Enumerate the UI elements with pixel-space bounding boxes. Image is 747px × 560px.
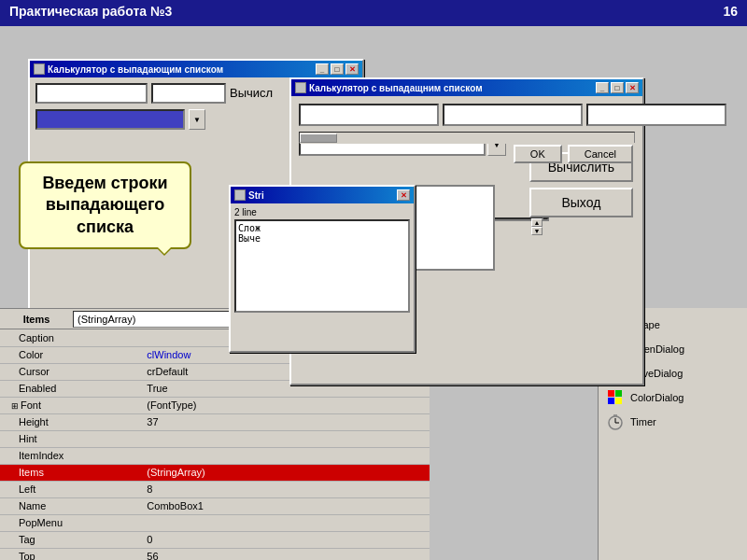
prop-tag-value: 0 — [143, 531, 430, 548]
scroll-down[interactable]: ▼ — [531, 227, 543, 235]
prop-itemindex-value — [143, 447, 430, 464]
items-label: Items — [4, 314, 69, 325]
exit-button[interactable]: Выход — [529, 188, 633, 217]
prop-hint-value — [143, 430, 430, 447]
slide-number: 16 — [723, 4, 738, 19]
bg-calc-title: Калькулятор с выпадающим списком — [48, 64, 223, 75]
prop-popmenu-name: PopMenu — [0, 514, 143, 531]
h-scrollbar-thumb[interactable] — [300, 133, 337, 143]
timer-icon — [606, 413, 625, 431]
main-calc-content: ▼ Сложить Вычесть Умножить Разделить Выч… — [291, 96, 642, 171]
prop-left-name: Left — [0, 481, 143, 497]
horizontal-scrollbar[interactable] — [299, 132, 635, 143]
speech-bubble: Введем строки выпадающего списка — [19, 161, 191, 249]
bg-combobox[interactable] — [35, 109, 185, 130]
main-input-row — [299, 104, 635, 126]
prop-tag-name: Tag — [0, 531, 143, 548]
prop-popmenu-value — [143, 514, 430, 531]
main-input-2[interactable] — [443, 104, 583, 126]
vertical-scrollbar[interactable]: ▲ ▼ — [530, 217, 543, 219]
prop-name-name: Name — [0, 497, 143, 514]
colordialog-icon — [606, 388, 625, 407]
colordialog-item[interactable]: ColorDialog — [606, 388, 740, 407]
bg-calc-label: Вычисл — [230, 83, 273, 104]
maximize-btn[interactable]: □ — [331, 63, 344, 75]
close-btn[interactable]: ✕ — [345, 63, 359, 75]
prop-color-name: Color — [0, 346, 143, 363]
window-icon — [34, 63, 45, 75]
speech-text: Введем строки выпадающего списка — [42, 174, 167, 236]
prop-itemindex: ItemIndex — [0, 447, 430, 464]
prop-caption-name: Caption — [0, 329, 143, 346]
bg-input-1[interactable] — [35, 83, 148, 104]
prop-font-value: (FontType) — [143, 397, 430, 413]
main-calc-title: Калькулятор с выпадащним списком — [309, 83, 483, 93]
h-scrollbar-track — [300, 133, 634, 144]
main-area: Калькулятор с выпадающим списком _ □ ✕ В… — [0, 26, 747, 560]
string-title: Stri — [248, 190, 264, 201]
main-minimize-btn[interactable]: _ — [596, 82, 609, 93]
top-bar: Практическая работа №3 16 — [0, 0, 747, 22]
prop-font: ⊞Font (FontType) — [0, 397, 430, 413]
main-maximize-btn[interactable]: □ — [611, 82, 624, 93]
timer-label: Timer — [630, 416, 656, 427]
line-info: 2 line — [234, 207, 410, 217]
prop-popmenu: PopMenu — [0, 514, 430, 531]
main-close-btn[interactable]: ✕ — [626, 82, 639, 93]
prop-left-value: 8 — [143, 481, 430, 497]
prop-hint: Hint — [0, 430, 430, 447]
main-titlebar-buttons: _ □ ✕ — [596, 82, 639, 93]
prop-top-value: 56 — [143, 548, 430, 560]
titlebar-buttons: _ □ ✕ — [316, 63, 359, 75]
prop-hint-name: Hint — [0, 430, 143, 447]
prop-items-name: Items — [0, 464, 143, 481]
footer-buttons: OK Cancel — [514, 145, 633, 163]
prop-cursor-name: Cursor — [0, 363, 143, 380]
prop-items-value: (StringArray) — [143, 464, 430, 481]
main-input-3[interactable] — [586, 104, 726, 126]
bg-input-2[interactable] — [151, 83, 226, 104]
colordialog-label: ColorDialog — [630, 392, 684, 403]
bg-calc-titlebar[interactable]: Калькулятор с выпадающим списком _ □ ✕ — [30, 61, 362, 77]
svg-rect-10 — [615, 398, 622, 404]
prop-name-value: ComboBox1 — [143, 497, 430, 514]
svg-rect-8 — [615, 390, 622, 397]
string-window-icon — [234, 189, 246, 201]
main-calc-titlebar[interactable]: Калькулятор с выпадащним списком _ □ ✕ — [291, 79, 642, 96]
string-titlebar-buttons: ✕ — [397, 189, 410, 201]
string-content: 2 line Слож Выче — [231, 203, 414, 318]
prop-itemindex-name: ItemIndex — [0, 447, 143, 464]
minimize-btn[interactable]: _ — [316, 63, 329, 75]
prop-font-name: ⊞Font — [0, 397, 143, 413]
prop-enabled-name: Enabled — [0, 380, 143, 397]
prop-top: Top 56 — [0, 548, 430, 560]
combo-arrow[interactable]: ▼ — [189, 109, 205, 130]
prop-name: Name ComboBox1 — [0, 497, 430, 514]
string-dialog-titlebar[interactable]: Stri ✕ — [231, 187, 414, 203]
prop-height-value: 37 — [143, 413, 430, 430]
prop-left: Left 8 — [0, 481, 430, 497]
string-close-btn[interactable]: ✕ — [397, 189, 410, 201]
prop-tag: Tag 0 — [0, 531, 430, 548]
timer-item[interactable]: Timer — [606, 413, 740, 431]
main-input-1[interactable] — [299, 104, 439, 126]
prop-items-highlighted[interactable]: Items (StringArray) — [0, 464, 430, 481]
cancel-button[interactable]: Cancel — [568, 145, 633, 163]
prop-height-name: Height — [0, 413, 143, 430]
ok-button[interactable]: OK — [514, 145, 562, 163]
string-dialog-window: Stri ✕ 2 line Слож Выче — [229, 185, 416, 353]
prop-top-name: Top — [0, 548, 143, 560]
prop-height: Height 37 — [0, 413, 430, 430]
string-textarea[interactable]: Слож Выче — [234, 219, 410, 313]
scroll-up[interactable]: ▲ — [531, 218, 543, 227]
slide-title: Практическая работа №3 — [9, 4, 172, 19]
main-window-icon — [295, 82, 306, 93]
svg-rect-7 — [608, 390, 614, 397]
svg-rect-9 — [608, 398, 614, 404]
